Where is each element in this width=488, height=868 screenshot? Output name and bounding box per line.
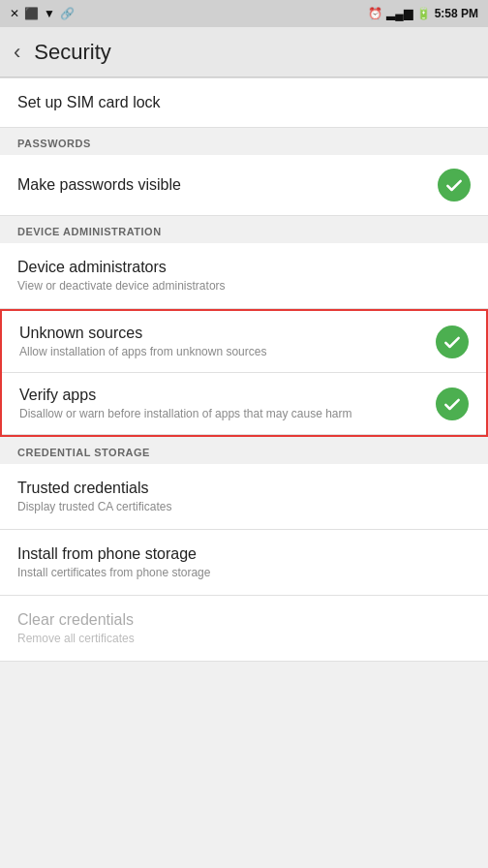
verify-apps-title: Verify apps [19, 387, 426, 404]
trusted-credentials-title: Trusted credentials [17, 480, 471, 497]
list-item[interactable]: Install from phone storage Install certi… [0, 530, 488, 596]
alarm-icon: ⏰ [368, 7, 382, 20]
list-item[interactable]: Make passwords visible [0, 155, 488, 216]
status-bar-right: ⏰ ▂▄▆ 🔋 5:58 PM [368, 7, 478, 20]
unknown-sources-title: Unknown sources [19, 325, 426, 342]
section-header-device-admin: DEVICE ADMINISTRATION [0, 216, 488, 243]
section-credential-storage: CREDENTIAL STORAGE Trusted credentials D… [0, 437, 488, 662]
unknown-sources-toggle[interactable] [436, 326, 469, 358]
list-item[interactable]: Set up SIM card lock [0, 78, 488, 128]
section-device-admin: DEVICE ADMINISTRATION Device administrat… [0, 216, 488, 437]
section-header-credential-storage: CREDENTIAL STORAGE [0, 437, 488, 464]
down-icon: ▼ [44, 7, 55, 20]
x-icon: ✕ [10, 7, 19, 20]
section-sim: Set up SIM card lock [0, 78, 488, 128]
top-bar: ‹ Security [0, 27, 488, 78]
highlighted-toggle-group: Unknown sources Allow installation of ap… [0, 309, 488, 437]
install-from-phone-title: Install from phone storage [17, 545, 471, 563]
section-passwords: PASSWORDS Make passwords visible [0, 128, 488, 216]
list-item[interactable]: Verify apps Disallow or warn before inst… [2, 373, 486, 435]
device-administrators-title: Device administrators [17, 259, 471, 276]
link-icon: 🔗 [60, 7, 75, 20]
list-item[interactable]: Device administrators View or deactivate… [0, 243, 488, 309]
install-from-phone-subtitle: Install certificates from phone storage [17, 566, 471, 579]
page-title: Security [34, 40, 110, 65]
clear-credentials-title: Clear credentials [17, 611, 471, 629]
content-area: kosnender.web.id Set up SIM card lock PA… [0, 78, 488, 662]
list-item[interactable]: Trusted credentials Display trusted CA c… [0, 464, 488, 530]
back-button[interactable]: ‹ [14, 40, 20, 65]
make-passwords-visible-title: Make passwords visible [17, 176, 181, 194]
signal-bars-icon: ▂▄▆ [386, 7, 412, 20]
make-passwords-toggle[interactable] [438, 169, 471, 202]
unknown-sources-subtitle: Allow installation of apps from unknown … [19, 345, 426, 358]
list-item[interactable]: Unknown sources Allow installation of ap… [2, 311, 486, 373]
sim-card-lock-title: Set up SIM card lock [17, 94, 471, 111]
status-bar-left-icons: ✕ ⬛ ▼ 🔗 [10, 7, 75, 20]
time-display: 5:58 PM [435, 7, 478, 20]
verify-apps-toggle[interactable] [436, 388, 469, 420]
device-administrators-subtitle: View or deactivate device administrators [17, 279, 471, 293]
bb-icon: ⬛ [24, 7, 39, 20]
verify-apps-subtitle: Disallow or warn before installation of … [19, 407, 426, 420]
list-item[interactable]: Clear credentials Remove all certificate… [0, 596, 488, 662]
clear-credentials-subtitle: Remove all certificates [17, 632, 471, 645]
section-header-passwords: PASSWORDS [0, 128, 488, 155]
status-bar: ✕ ⬛ ▼ 🔗 ⏰ ▂▄▆ 🔋 5:58 PM [0, 0, 488, 27]
battery-icon: 🔋 [416, 7, 431, 20]
trusted-credentials-subtitle: Display trusted CA certificates [17, 500, 471, 513]
